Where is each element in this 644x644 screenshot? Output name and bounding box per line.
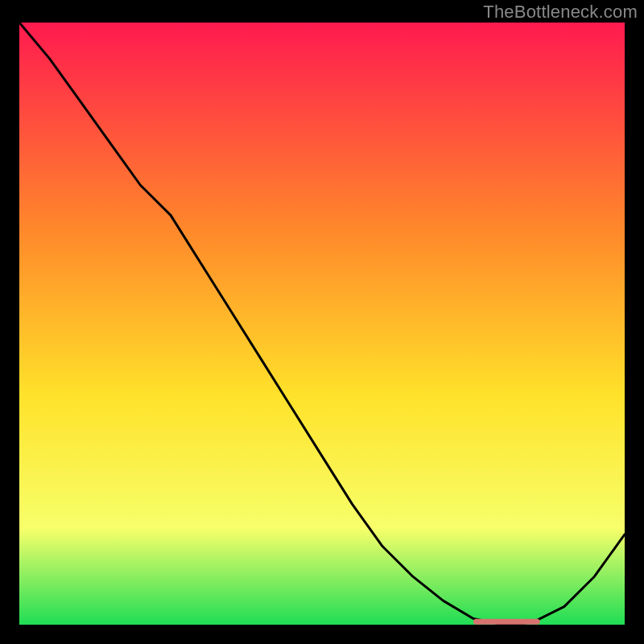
plot-area [19, 23, 625, 625]
chart-container: TheBottleneck.com [0, 0, 644, 644]
gradient-background [19, 23, 625, 625]
watermark-text: TheBottleneck.com [483, 2, 638, 23]
optimal-marker [473, 619, 540, 625]
chart-svg [19, 23, 625, 625]
